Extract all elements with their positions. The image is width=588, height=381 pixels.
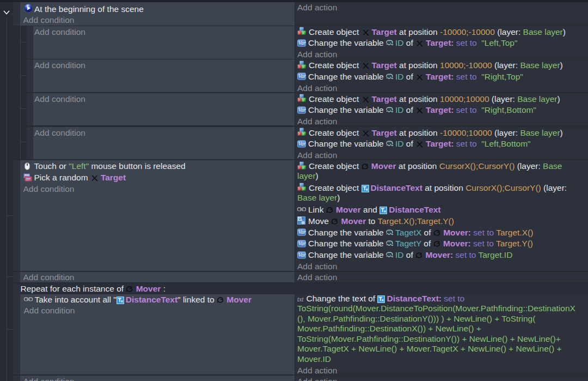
svg-text:Var: Var: [298, 107, 306, 113]
svg-text:Var: Var: [298, 252, 306, 258]
svg-text:Var: Var: [298, 141, 306, 147]
svg-text:Var: Var: [298, 240, 306, 246]
svg-text:Var: Var: [298, 229, 306, 235]
svg-text:Var: Var: [298, 40, 306, 46]
svg-text:Var: Var: [298, 74, 306, 80]
